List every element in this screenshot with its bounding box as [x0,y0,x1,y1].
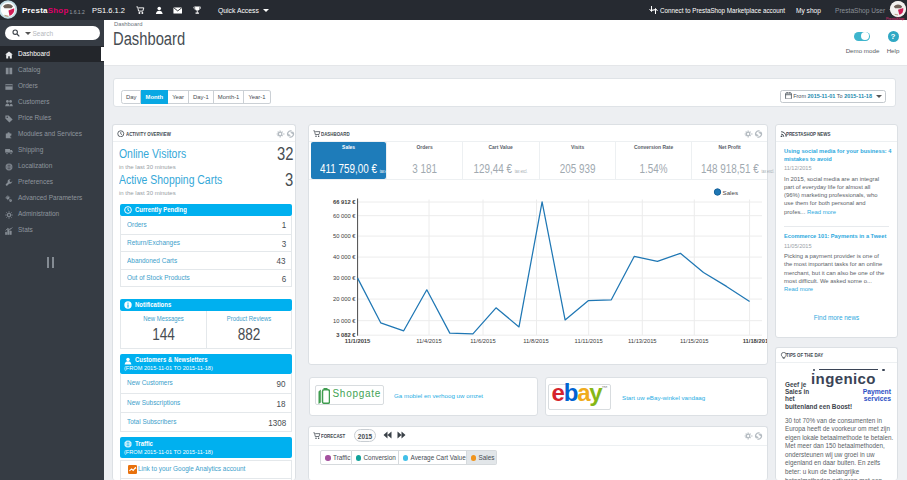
svg-text:20 000 €: 20 000 € [333,296,356,302]
svg-text:11/1/2015: 11/1/2015 [345,338,371,344]
svg-text:10 000 €: 10 000 € [333,317,356,323]
svg-text:Sales: Sales [723,188,738,195]
svg-text:40 000 €: 40 000 € [333,254,356,260]
svg-text:60 000 €: 60 000 € [333,212,356,218]
svg-text:11/18/2015: 11/18/2015 [743,338,767,344]
svg-text:50 000 €: 50 000 € [333,233,356,239]
svg-text:11/13/2015: 11/13/2015 [628,338,657,344]
svg-text:11/8/2015: 11/8/2015 [523,338,548,344]
svg-text:11/15/2015: 11/15/2015 [680,338,709,344]
svg-text:11/6/2015: 11/6/2015 [470,338,495,344]
svg-text:11/11/2015: 11/11/2015 [575,338,603,344]
svg-text:66 912 €: 66 912 € [333,199,356,205]
svg-text:30 000 €: 30 000 € [333,275,356,281]
svg-text:11/4/2015: 11/4/2015 [416,338,441,344]
